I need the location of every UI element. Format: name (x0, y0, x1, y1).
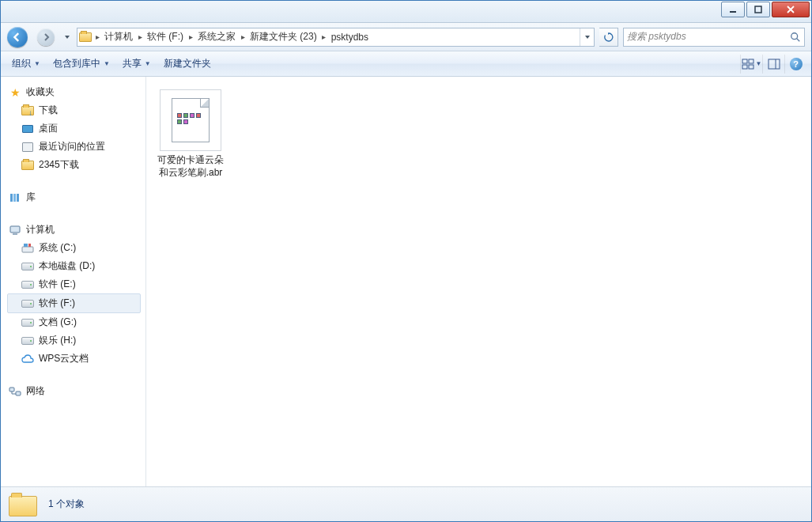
breadcrumb-item[interactable]: psktydbs (328, 32, 372, 43)
svg-rect-11 (13, 194, 16, 202)
status-bar: 1 个对象 (1, 486, 811, 521)
sidebar-item-downloads[interactable]: ↓ 下载 (7, 101, 145, 119)
sidebar-item-2345[interactable]: 2345下载 (7, 156, 145, 174)
network-label: 网络 (26, 384, 45, 398)
sidebar-item-drive-h[interactable]: 娱乐 (H:) (7, 331, 145, 350)
back-button[interactable] (6, 26, 29, 48)
chevron-right-icon[interactable]: ▸ (136, 32, 144, 41)
svg-line-3 (797, 38, 800, 41)
search-icon (790, 32, 801, 43)
svg-rect-14 (13, 233, 17, 235)
chevron-right-icon[interactable]: ▸ (320, 32, 328, 41)
navbar: ▸ 计算机 ▸ 软件 (F:) ▸ 系统之家 ▸ 新建文件夹 (23) ▸ ps… (1, 23, 811, 51)
sidebar-item-label: 软件 (F:) (39, 297, 75, 310)
sidebar-item-label: 最近访问的位置 (39, 140, 105, 153)
nav-history-dropdown[interactable] (62, 34, 72, 40)
sidebar-item-label: 文档 (G:) (39, 316, 77, 329)
sidebar-item-recent[interactable]: 最近访问的位置 (7, 138, 145, 156)
chevron-right-icon[interactable]: ▸ (187, 32, 195, 41)
sidebar-item-label: 本地磁盘 (D:) (39, 259, 95, 273)
svg-rect-7 (749, 65, 753, 69)
include-in-library-menu[interactable]: 包含到库中▼ (47, 54, 116, 74)
search-input[interactable]: 搜索 psktydbs (623, 28, 805, 47)
organize-menu[interactable]: 组织▼ (6, 54, 47, 74)
sidebar-item-drive-f[interactable]: 软件 (F:) (7, 293, 141, 313)
sidebar-item-label: WPS云文档 (39, 352, 89, 365)
computer-header[interactable]: 计算机 (7, 221, 145, 239)
libraries-header[interactable]: 库 (7, 188, 145, 206)
folder-icon (9, 493, 37, 516)
sidebar-item-drive-e[interactable]: 软件 (E:) (7, 275, 145, 293)
network-group: 网络 (7, 382, 145, 400)
favorites-header[interactable]: ★ 收藏夹 (7, 83, 145, 101)
sidebar-item-label: 桌面 (39, 122, 58, 135)
maximize-button[interactable] (746, 2, 770, 17)
file-item[interactable]: 可爱的卡通云朵和云彩笔刷.abr (153, 86, 228, 182)
sidebar-item-drive-c[interactable]: 系统 (C:) (7, 239, 145, 257)
refresh-button[interactable] (599, 28, 618, 47)
sidebar-item-drive-d[interactable]: 本地磁盘 (D:) (7, 257, 145, 275)
file-name: 可爱的卡通云朵和云彩笔刷.abr (156, 154, 225, 179)
breadcrumb-item[interactable]: 系统之家 (195, 30, 239, 44)
view-options-button[interactable]: ▼ (740, 55, 762, 74)
share-menu[interactable]: 共享▼ (116, 54, 157, 74)
sidebar-item-label: 软件 (E:) (39, 278, 76, 291)
nav-pane: ★ 收藏夹 ↓ 下载 桌面 最近访问的位置 2345下载 (1, 77, 146, 486)
chevron-right-icon[interactable]: ▸ (239, 32, 247, 41)
drive-icon (21, 260, 34, 273)
star-icon: ★ (9, 86, 21, 99)
sidebar-item-label: 下载 (39, 104, 58, 117)
close-button[interactable] (772, 2, 810, 17)
libraries-label: 库 (26, 191, 36, 204)
svg-rect-10 (10, 194, 13, 202)
forward-button[interactable] (34, 26, 58, 48)
favorites-label: 收藏夹 (26, 85, 55, 99)
sidebar-item-wps-cloud[interactable]: WPS云文档 (7, 350, 145, 368)
titlebar (1, 1, 811, 23)
folder-icon (77, 32, 93, 42)
svg-rect-12 (17, 194, 19, 202)
svg-point-2 (791, 32, 798, 39)
explorer-window: ▸ 计算机 ▸ 软件 (F:) ▸ 系统之家 ▸ 新建文件夹 (23) ▸ ps… (0, 0, 812, 522)
svg-rect-5 (749, 59, 753, 63)
address-bar[interactable]: ▸ 计算机 ▸ 软件 (F:) ▸ 系统之家 ▸ 新建文件夹 (23) ▸ ps… (77, 28, 595, 47)
breadcrumb-item[interactable]: 新建文件夹 (23) (247, 30, 320, 44)
breadcrumb-item[interactable]: 软件 (F:) (144, 30, 187, 44)
svg-rect-17 (28, 244, 31, 247)
breadcrumb-item[interactable]: 计算机 (101, 30, 136, 44)
file-thumbnail (160, 89, 221, 151)
svg-rect-15 (22, 247, 33, 252)
drive-icon (21, 278, 34, 291)
folder-icon (21, 159, 34, 172)
svg-rect-16 (24, 244, 28, 247)
libraries-group: 库 (7, 188, 145, 206)
downloads-icon: ↓ (21, 104, 34, 117)
preview-pane-button[interactable] (762, 55, 784, 74)
drive-icon (21, 242, 34, 255)
body: ★ 收藏夹 ↓ 下载 桌面 最近访问的位置 2345下载 (1, 77, 811, 486)
sidebar-item-desktop[interactable]: 桌面 (7, 119, 145, 138)
new-folder-button[interactable]: 新建文件夹 (157, 54, 217, 74)
sidebar-item-label: 娱乐 (H:) (39, 334, 76, 347)
recent-icon (21, 141, 34, 153)
address-dropdown[interactable] (580, 28, 594, 46)
chevron-right-icon[interactable]: ▸ (93, 32, 101, 41)
svg-rect-6 (742, 65, 747, 69)
status-count: 1 个对象 (48, 497, 85, 511)
svg-rect-18 (9, 388, 14, 392)
minimize-button[interactable] (721, 2, 745, 17)
sidebar-item-label: 系统 (C:) (39, 241, 76, 255)
network-icon (9, 385, 21, 398)
network-header[interactable]: 网络 (7, 382, 145, 400)
help-button[interactable]: ? (784, 55, 806, 74)
help-icon: ? (790, 58, 803, 70)
drive-icon (21, 316, 34, 329)
svg-rect-8 (769, 59, 780, 69)
computer-icon (9, 224, 21, 236)
sidebar-item-drive-g[interactable]: 文档 (G:) (7, 313, 145, 331)
sidebar-item-label: 2345下载 (39, 158, 79, 172)
file-list[interactable]: 可爱的卡通云朵和云彩笔刷.abr (146, 77, 811, 486)
favorites-group: ★ 收藏夹 ↓ 下载 桌面 最近访问的位置 2345下载 (7, 83, 145, 174)
svg-rect-19 (16, 392, 21, 395)
svg-rect-13 (10, 226, 20, 233)
